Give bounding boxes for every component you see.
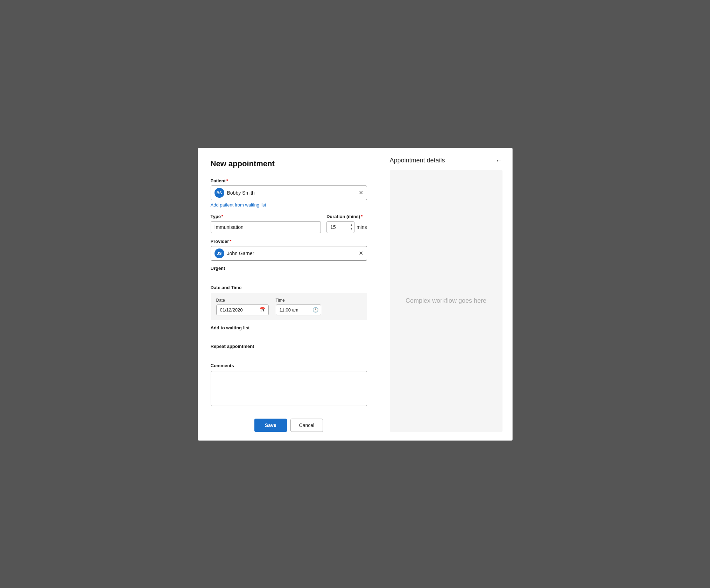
add-waiting-link[interactable]: Add patient from waiting list (211, 202, 367, 208)
date-col-label: Date (216, 298, 269, 303)
patient-input[interactable]: BS Bobby Smith ✕ (211, 186, 367, 200)
date-input[interactable] (216, 304, 269, 315)
type-required-star: * (222, 214, 223, 219)
appointment-details-title: Appointment details (390, 157, 445, 164)
duration-field-group: Duration (mins)* ▲ ▼ mins (326, 214, 367, 233)
left-panel: New appointment Patient* BS Bobby Smith … (198, 148, 380, 440)
type-label: Type* (211, 214, 321, 219)
right-panel: Appointment details ← Complex workflow g… (380, 148, 512, 440)
datetime-inner: Date 📅 Time 🕐 (216, 298, 361, 315)
urgent-label: Urgent (211, 266, 367, 271)
repeat-section: Repeat appointment (211, 344, 367, 358)
save-button[interactable]: Save (254, 419, 287, 432)
modal-container: New appointment Patient* BS Bobby Smith … (198, 148, 513, 441)
provider-clear-icon[interactable]: ✕ (359, 251, 363, 256)
datetime-section: Date and Time Date 📅 Time 🕐 (211, 285, 367, 320)
comments-section: Comments (211, 363, 367, 407)
provider-label: Provider* (211, 239, 367, 244)
footer-buttons: Save Cancel (211, 416, 367, 432)
duration-label: Duration (mins)* (326, 214, 367, 219)
patient-field-group: Patient* BS Bobby Smith ✕ (211, 178, 367, 200)
provider-name: John Garner (227, 251, 359, 256)
patient-avatar: BS (215, 188, 224, 198)
type-field-group: Type* (211, 214, 321, 233)
patient-required-star: * (226, 178, 228, 183)
workflow-placeholder: Complex workflow goes here (406, 297, 486, 304)
datetime-label: Date and Time (211, 285, 367, 290)
type-input[interactable] (211, 221, 321, 233)
cancel-button[interactable]: Cancel (290, 419, 323, 432)
mins-label: mins (357, 224, 367, 230)
time-col-label: Time (276, 298, 321, 303)
duration-input-wrap: ▲ ▼ (326, 221, 354, 233)
page-title: New appointment (211, 159, 367, 168)
waiting-label: Add to waiting list (211, 325, 367, 330)
urgent-section: Urgent (211, 266, 367, 280)
time-input-wrap: 🕐 (276, 304, 321, 315)
time-input[interactable] (276, 304, 321, 315)
duration-row: ▲ ▼ mins (326, 221, 367, 233)
page-title-text: New appointment (211, 159, 275, 168)
comments-label: Comments (211, 363, 367, 368)
right-header: Appointment details ← (390, 156, 502, 164)
date-input-wrap: 📅 (216, 304, 269, 315)
provider-input[interactable]: JS John Garner ✕ (211, 246, 367, 261)
duration-required-star: * (361, 214, 363, 219)
spin-down-button[interactable]: ▼ (350, 227, 353, 231)
provider-field-group: Provider* JS John Garner ✕ (211, 239, 367, 261)
right-content-area: Complex workflow goes here (390, 170, 502, 432)
back-arrow[interactable]: ← (495, 156, 502, 164)
waiting-section: Add to waiting list (211, 325, 367, 340)
patient-label: Patient* (211, 178, 367, 183)
patient-name: Bobby Smith (227, 190, 359, 196)
patient-clear-icon[interactable]: ✕ (359, 190, 363, 196)
repeat-label: Repeat appointment (211, 344, 367, 349)
comments-textarea[interactable] (211, 371, 367, 406)
date-col: Date 📅 (216, 298, 269, 315)
provider-required-star: * (230, 239, 231, 244)
time-col: Time 🕐 (276, 298, 321, 315)
provider-avatar: JS (215, 248, 224, 258)
type-duration-row: Type* Duration (mins)* ▲ ▼ mins (211, 214, 367, 233)
datetime-box: Date 📅 Time 🕐 (211, 293, 367, 320)
spin-buttons: ▲ ▼ (350, 224, 353, 231)
